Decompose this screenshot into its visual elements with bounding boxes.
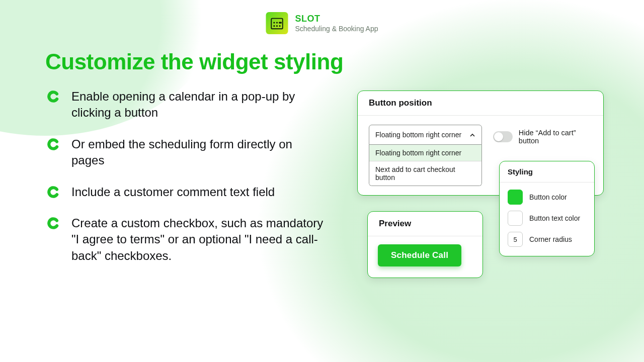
svg-point-8	[47, 138, 59, 150]
list-item: Create a custom checkbox, such as mandat…	[46, 215, 328, 264]
svg-point-10	[47, 217, 59, 229]
list-item: Enable opening a calendar in a pop-up by…	[46, 88, 328, 121]
text-color-label: Button text color	[529, 214, 580, 222]
toggle-knob	[494, 132, 503, 141]
select-value: Floating bottom right corner	[375, 131, 461, 139]
preview-card: Preview Schedule Call	[367, 211, 483, 278]
hide-add-to-cart-label: Hide “Add to cart” button	[519, 129, 592, 145]
chevron-up-icon	[469, 131, 475, 139]
select-option[interactable]: Next add to cart checkout button	[369, 161, 481, 186]
svg-rect-3	[279, 22, 282, 23]
svg-point-1	[273, 22, 275, 23]
corner-radius-label: Corner radius	[529, 235, 572, 243]
select-options: Floating bottom right corner Next add to…	[369, 145, 482, 186]
list-item-text: Or embed the scheduling form directly on…	[71, 136, 328, 169]
brand-name: SLOT	[295, 14, 378, 24]
corner-radius-input[interactable]: 5	[508, 232, 523, 247]
page-title: Customize the widget styling	[45, 49, 343, 74]
text-color-swatch[interactable]	[508, 211, 523, 226]
svg-point-7	[47, 90, 59, 103]
styling-card: Styling Button color Button text color 5…	[499, 161, 595, 256]
list-item-text: Enable opening a calendar in a pop-up by…	[71, 88, 328, 121]
list-item-text: Create a custom checkbox, such as mandat…	[71, 215, 328, 264]
list-item: Include a customer comment text field	[46, 184, 328, 200]
svg-point-9	[47, 186, 59, 198]
calendar-dots-icon	[269, 16, 284, 31]
svg-rect-0	[271, 19, 283, 29]
button-position-title: Button position	[358, 91, 603, 116]
schedule-call-button[interactable]: Schedule Call	[378, 244, 461, 266]
list-item: Or embed the scheduling form directly on…	[46, 136, 328, 169]
button-position-select[interactable]: Floating bottom right corner Floating bo…	[369, 125, 482, 186]
feature-list: Enable opening a calendar in a pop-up by…	[46, 88, 328, 279]
styling-title: Styling	[500, 161, 594, 183]
brand-header: SLOT Scheduling & Booking App	[266, 12, 378, 34]
preview-title: Preview	[368, 212, 482, 236]
bullet-ring-icon	[46, 185, 60, 199]
svg-point-5	[276, 25, 278, 27]
list-item-text: Include a customer comment text field	[71, 184, 275, 200]
button-color-label: Button color	[529, 193, 567, 201]
brand-tagline: Scheduling & Booking App	[295, 25, 378, 33]
svg-point-6	[279, 25, 281, 27]
svg-point-4	[273, 25, 275, 27]
bullet-ring-icon	[46, 216, 60, 230]
brand-logo-icon	[266, 12, 288, 34]
bullet-ring-icon	[46, 89, 60, 104]
select-option[interactable]: Floating bottom right corner	[369, 145, 481, 161]
button-color-swatch[interactable]	[508, 190, 523, 205]
bullet-ring-icon	[46, 137, 60, 151]
hide-add-to-cart-toggle[interactable]	[493, 131, 513, 142]
svg-point-2	[276, 22, 278, 23]
